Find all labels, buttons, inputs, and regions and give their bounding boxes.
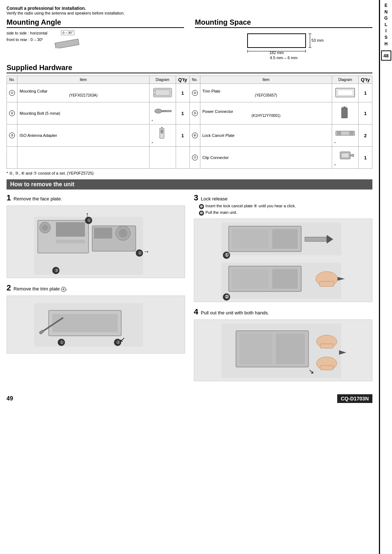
row4-diag-right: * [332,147,359,169]
step3-svg: ① ② [194,219,372,302]
svg-text:↙: ↙ [120,336,125,343]
removal-right-column: 3 Lock release ❶ Insert the lock cancel … [194,193,372,386]
letter-i: I [385,28,387,34]
row4-item-right: Clip Connector [200,147,332,169]
svg-rect-80 [240,334,272,364]
col-diagram-right: Diagram [332,76,359,84]
col-qty-right: Q'ty [359,76,372,84]
svg-text:53 mm: 53 mm [311,38,324,42]
space-dim3: 4.5 mm – 6 mm [270,56,297,60]
svg-marker-86 [339,350,346,355]
table-row: ③ ISO Antenna Adapter * 1 [7,125,372,147]
svg-rect-15 [337,90,353,95]
step2-title: Remove the trim plate ④. [13,286,67,292]
collar-diagram [152,85,173,100]
lock-cancel-plate-diagram [334,126,356,140]
svg-rect-63 [232,229,269,249]
step4-number: 4 [194,307,198,316]
table-row: ① Mounting Collar (YEFX0217263A) [7,84,372,102]
sidebar-letters: E N G L I S H [384,3,388,47]
step4-image: ↘ [194,319,372,381]
col-qty-left: Q'ty [176,76,189,84]
row1-num-left: ① [7,84,17,102]
step1-number: 1 [7,193,11,202]
svg-rect-28 [337,132,341,135]
how-to-banner: How to remove the unit [7,179,372,190]
page-number-bottom: 49 [7,395,13,402]
row3-diag-left: * [149,125,176,147]
svg-rect-74 [319,281,334,286]
row4-num-left [7,147,17,169]
row1-diag-left [149,84,176,102]
row3-item-left: ISO Antenna Adapter [17,125,150,147]
svg-text:①: ① [87,218,91,223]
svg-text:③: ③ [54,268,58,273]
removal-left-column: 1 Remove the face plate. [7,193,185,386]
svg-text:→: → [143,248,150,255]
row1-qty-right: 1 [359,84,372,102]
svg-rect-71 [232,269,269,289]
row2-qty-left: 1 [176,102,189,125]
letter-g: G [384,16,388,21]
row3-item-right: Lock Cancel Plate [200,125,332,147]
row3-num-right: ⑥ [189,125,200,147]
angle-diagram: 0 – 30° [53,30,82,48]
row3-qty-left: 1 [176,125,189,147]
sidebar: E N G L I S H 48 [379,0,392,554]
how-to-remove-section: How to remove the unit 1 Remove the face… [7,179,372,403]
svg-rect-1 [248,34,306,48]
svg-rect-25 [161,130,163,133]
hardware-table: No. Item Diagram Q'ty No. Item Diagram Q… [7,76,372,169]
row2-item-left: Mounting Bolt (5 mmø) [17,102,150,125]
step1-svg: ① ↑ ② → ③ [7,206,185,278]
row2-num-right: ⑤ [189,102,200,125]
svg-marker-32 [350,154,354,157]
col-diagram-left: Diagram [149,76,176,84]
letter-h: H [384,41,388,47]
svg-text:↑: ↑ [86,211,89,218]
space-rect-svg: 53 mm 182 mm [244,32,324,54]
mounting-angle-title: Mounting Angle [7,18,184,28]
row1-diag-right [332,84,359,102]
row2-item-right: Power Connector (K1HY12YY0001) [200,102,332,125]
svg-rect-83 [320,344,333,348]
row1-qty-left: 1 [176,84,189,102]
row2-diag-left: * [149,102,176,125]
col-no-left: No. [7,76,17,84]
col-no-right: No. [189,76,200,84]
svg-rect-85 [320,366,333,370]
angle-label: 0 – 30° [61,30,74,35]
bolt-diagram [152,104,173,118]
row1-num-right: ④ [189,84,200,102]
row4-qty-right: 1 [359,147,372,169]
svg-text:182 mm: 182 mm [269,50,284,54]
model-badge: CQ-D1703N [337,394,372,403]
letter-s: S [384,35,387,41]
clip-connector-diagram [334,148,356,163]
step2-svg: ① ② ↙ [7,296,185,354]
step1-block: 1 Remove the face plate. [7,193,185,278]
letter-n: N [384,9,388,15]
svg-rect-38 [56,240,85,243]
svg-rect-20 [342,108,347,118]
row1-item-left: Mounting Collar (YEFX0217263A) [17,84,150,102]
svg-text:②: ② [138,250,142,256]
svg-point-42 [119,229,127,237]
consult-bold: Consult a professional for installation. [7,6,372,11]
letter-e: E [384,3,387,9]
svg-rect-40 [94,228,112,239]
mounting-space-section: Mounting Space 53 mm [195,18,372,60]
row4-item-left [17,147,150,169]
step4-title: Pull out the unit with both hands. [201,310,269,315]
svg-rect-64 [272,229,298,249]
svg-text:①: ① [225,252,229,258]
table-row: ② Mounting Bolt (5 mmø) * [7,102,372,125]
row3-num-left: ③ [7,125,17,147]
step3-image: ① ② [194,219,372,302]
row2-num-left: ② [7,102,17,125]
consult-normal: Verify the radio using the antenna and s… [7,11,372,15]
step1-image: ① ↑ ② → ③ [7,205,185,278]
row4-diag-left [149,147,176,169]
svg-rect-81 [276,334,305,364]
svg-rect-72 [272,269,298,289]
